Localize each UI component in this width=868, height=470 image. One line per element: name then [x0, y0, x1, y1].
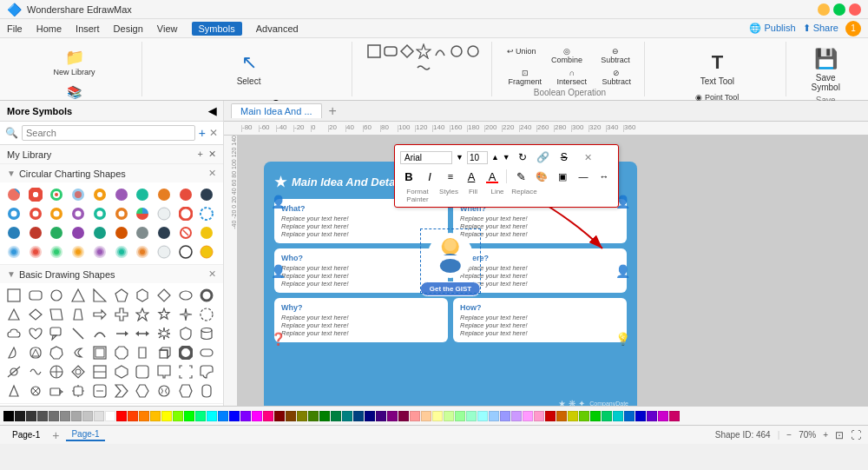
basic-star6[interactable] — [155, 306, 173, 323]
basic-trap[interactable] — [69, 306, 87, 323]
circular-shape-29[interactable] — [177, 224, 194, 242]
basic-tri2[interactable] — [5, 306, 23, 323]
basic-s14[interactable] — [69, 382, 87, 400]
circular-shape-30[interactable] — [198, 224, 215, 242]
circular-shape-14[interactable] — [69, 205, 87, 222]
circular-shape-19[interactable] — [177, 205, 194, 222]
basic-heptagon[interactable] — [48, 344, 65, 361]
basic-rect[interactable] — [5, 287, 23, 304]
color-swatch[interactable] — [173, 411, 183, 421]
color-swatch[interactable] — [590, 411, 601, 421]
color-swatch[interactable] — [286, 411, 296, 421]
color-swatch[interactable] — [342, 411, 352, 421]
color-swatch[interactable] — [184, 411, 194, 421]
color-swatch[interactable] — [568, 411, 578, 421]
circle-shape[interactable] — [449, 43, 464, 59]
sidebar-expand-icon[interactable]: ◀ — [208, 105, 216, 117]
basic-ring[interactable] — [198, 287, 215, 304]
select-tool-button[interactable]: ↖ Select — [230, 45, 268, 89]
add-canvas-tab[interactable]: + — [329, 103, 337, 119]
menu-symbols[interactable]: Symbols — [192, 22, 242, 36]
color-swatch[interactable] — [308, 411, 319, 421]
basic-s5[interactable] — [91, 363, 108, 381]
color-swatch[interactable] — [669, 411, 680, 421]
basic-diamond[interactable] — [155, 287, 173, 304]
align-button[interactable]: ≡ — [442, 168, 459, 185]
fullscreen-button[interactable]: ⛶ — [851, 429, 861, 441]
color-swatch[interactable] — [500, 411, 510, 421]
color-swatch[interactable] — [252, 411, 262, 421]
color-swatch[interactable] — [274, 411, 285, 421]
color-swatch[interactable] — [60, 411, 70, 421]
circular-shape-13[interactable] — [48, 205, 65, 222]
basic-s17[interactable] — [134, 382, 151, 400]
new-library-button[interactable]: 📁 New Library — [50, 45, 99, 78]
basic-s16[interactable] — [113, 382, 130, 400]
diamond-shape[interactable] — [399, 43, 415, 59]
circular-shape-7[interactable] — [134, 186, 151, 203]
text-tool-button[interactable]: T Text Tool — [695, 45, 740, 89]
star-shape[interactable] — [416, 43, 431, 59]
basic-close-icon[interactable]: ✕ — [208, 268, 216, 280]
basic-frame[interactable] — [91, 344, 108, 361]
basic-starburst[interactable] — [155, 325, 173, 342]
circular-shape-8[interactable] — [155, 186, 173, 203]
circular-shape-20[interactable] — [198, 205, 215, 222]
basic-section-header[interactable]: ▼ Basic Drawing Shapes ✕ — [0, 265, 223, 283]
basic-s2[interactable] — [27, 363, 44, 381]
menu-advanced[interactable]: Advanced — [256, 23, 299, 34]
wave-shape[interactable] — [416, 60, 431, 76]
sidebar-close-button[interactable]: ✕ — [209, 127, 218, 139]
basic-dblarrow[interactable] — [134, 325, 151, 342]
circular-shape-6[interactable] — [113, 186, 130, 203]
color-swatch[interactable] — [82, 411, 93, 421]
basic-s6[interactable] — [113, 363, 130, 381]
font-size-input[interactable] — [467, 151, 488, 164]
basic-curve[interactable] — [91, 325, 108, 342]
basic-cross[interactable] — [113, 306, 130, 323]
font-color-button[interactable]: A — [483, 168, 501, 185]
basic-cloud[interactable] — [5, 325, 23, 342]
circular-shape-10[interactable] — [198, 186, 215, 203]
fragment-button[interactable]: ⊡ Fragment — [503, 67, 548, 88]
basic-para[interactable] — [48, 306, 65, 323]
circle2-shape[interactable] — [465, 43, 481, 59]
color-swatch[interactable] — [263, 411, 273, 421]
basic-star4[interactable] — [177, 306, 194, 323]
basic-s8[interactable] — [155, 363, 173, 381]
font-dropdown-arrow[interactable]: ▼ — [456, 153, 464, 162]
circular-shape-3[interactable] — [48, 186, 65, 203]
circular-shape-27[interactable] — [134, 224, 151, 242]
save-symbol-button[interactable]: 💾 Save Symbol — [797, 42, 854, 96]
color-swatch[interactable] — [3, 411, 14, 421]
basic-arrow2[interactable] — [113, 325, 130, 342]
basic-cylinder[interactable] — [198, 325, 215, 342]
user-avatar[interactable]: 1 — [845, 21, 861, 36]
rounded-rect-shape[interactable] — [383, 43, 398, 59]
menu-file[interactable]: File — [7, 23, 23, 34]
basic-shield[interactable] — [177, 325, 194, 342]
circular-shape-28[interactable] — [155, 224, 173, 242]
color-swatch[interactable] — [105, 411, 115, 421]
circular-shape-33[interactable] — [48, 243, 65, 261]
color-swatch[interactable] — [207, 411, 217, 421]
bold-button[interactable]: B — [400, 168, 418, 185]
circular-shape-40[interactable] — [198, 243, 215, 261]
color-swatch[interactable] — [398, 411, 409, 421]
color-swatch[interactable] — [319, 411, 330, 421]
styles-button[interactable]: 🎨 — [533, 168, 550, 185]
basic-roundtri2[interactable] — [27, 344, 44, 361]
circular-shape-38[interactable] — [155, 243, 173, 261]
color-swatch[interactable] — [635, 411, 646, 421]
my-library-close-icon[interactable]: ✕ — [208, 149, 216, 160]
zoom-in-button[interactable]: + — [823, 430, 828, 440]
color-swatch[interactable] — [365, 411, 375, 421]
circular-shape-17[interactable] — [134, 205, 151, 222]
color-swatch[interactable] — [421, 411, 431, 421]
circular-shape-16[interactable] — [113, 205, 130, 222]
color-swatch[interactable] — [489, 411, 499, 421]
union-button[interactable]: ↩ Union — [503, 45, 541, 66]
circular-shape-25[interactable] — [91, 224, 108, 242]
circular-shape-15[interactable] — [91, 205, 108, 222]
basic-triangle[interactable] — [69, 287, 87, 304]
